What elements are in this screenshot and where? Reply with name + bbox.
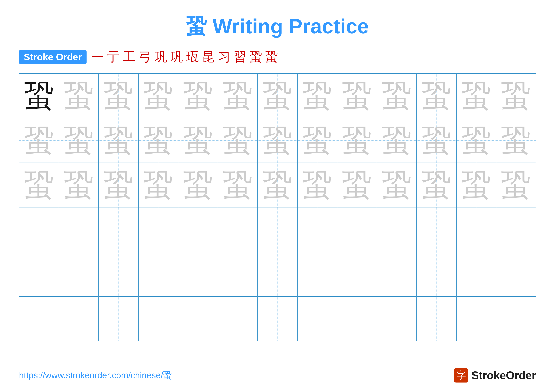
grid-cell-1-4[interactable]: 蛩 [139, 74, 178, 118]
grid-cell-1-12[interactable]: 蛩 [457, 74, 496, 118]
grid-cell-5-13[interactable] [496, 252, 536, 296]
stroke-step-9: 习 [218, 48, 231, 65]
footer-url[interactable]: https://www.strokeorder.com/chinese/蛩 [19, 370, 172, 381]
grid-cell-5-12[interactable] [457, 252, 496, 296]
grid-cell-4-5[interactable] [178, 207, 218, 252]
grid-cell-1-11[interactable]: 蛩 [417, 74, 456, 118]
grid-cell-4-12[interactable] [457, 207, 496, 252]
grid-cell-2-6[interactable]: 蛩 [218, 118, 258, 163]
grid-cell-3-13[interactable]: 蛩 [496, 163, 536, 207]
stroke-step-11: 蛩 [249, 48, 262, 65]
grid-cell-1-3[interactable]: 蛩 [99, 74, 139, 118]
grid-cell-3-1[interactable]: 蛩 [19, 163, 59, 207]
grid-cell-1-7[interactable]: 蛩 [258, 74, 297, 118]
stroke-steps: 一 亍 工 弓 巩 巩 珁 昆 习 習 蛩 蛩 [91, 48, 278, 65]
grid-cell-2-12[interactable]: 蛩 [457, 118, 496, 163]
grid-row-1: 蛩 蛩 蛩 蛩 蛩 蛩 蛩 蛩 蛩 蛩 蛩 蛩 蛩 [19, 74, 536, 118]
logo-text: StrokeOrder [471, 369, 536, 382]
grid-cell-1-2[interactable]: 蛩 [59, 74, 99, 118]
char-light: 蛩 [64, 81, 94, 111]
grid-cell-1-5[interactable]: 蛩 [178, 74, 218, 118]
stroke-step-5: 巩 [154, 48, 167, 65]
grid-cell-4-2[interactable] [59, 207, 99, 252]
grid-cell-4-11[interactable] [417, 207, 456, 252]
grid-cell-2-11[interactable]: 蛩 [417, 118, 456, 163]
grid-cell-5-10[interactable] [377, 252, 417, 296]
grid-cell-3-5[interactable]: 蛩 [178, 163, 218, 207]
grid-cell-4-3[interactable] [99, 207, 139, 252]
grid-row-2: 蛩 蛩 蛩 蛩 蛩 蛩 蛩 蛩 蛩 蛩 蛩 蛩 蛩 [19, 118, 536, 163]
grid-cell-2-1[interactable]: 蛩 [19, 118, 59, 163]
grid-cell-6-9[interactable] [337, 297, 377, 341]
grid-cell-6-4[interactable] [139, 297, 178, 341]
grid-cell-6-13[interactable] [496, 297, 536, 341]
grid-cell-4-6[interactable] [218, 207, 258, 252]
stroke-step-4: 弓 [139, 48, 151, 65]
grid-row-5 [19, 252, 536, 297]
grid-cell-6-8[interactable] [298, 297, 337, 341]
grid-cell-1-6[interactable]: 蛩 [218, 74, 258, 118]
stroke-order-row: Stroke Order 一 亍 工 弓 巩 巩 珁 昆 习 習 蛩 蛩 [19, 48, 536, 65]
grid-cell-5-8[interactable] [298, 252, 337, 296]
grid-cell-3-11[interactable]: 蛩 [417, 163, 456, 207]
grid-cell-4-10[interactable] [377, 207, 417, 252]
grid-cell-4-1[interactable] [19, 207, 59, 252]
grid-cell-6-1[interactable] [19, 297, 59, 341]
title-section: 蛩 Writing Practice [19, 13, 536, 41]
grid-cell-1-9[interactable]: 蛩 [337, 74, 377, 118]
grid-cell-5-9[interactable] [337, 252, 377, 296]
grid-cell-6-3[interactable] [99, 297, 139, 341]
grid-cell-3-6[interactable]: 蛩 [218, 163, 258, 207]
grid-cell-3-4[interactable]: 蛩 [139, 163, 178, 207]
stroke-order-badge[interactable]: Stroke Order [19, 50, 87, 64]
grid-row-3: 蛩 蛩 蛩 蛩 蛩 蛩 蛩 蛩 蛩 蛩 蛩 蛩 蛩 [19, 163, 536, 207]
grid-cell-6-7[interactable] [258, 297, 297, 341]
grid-cell-1-13[interactable]: 蛩 [496, 74, 536, 118]
grid-cell-5-6[interactable] [218, 252, 258, 296]
grid-cell-6-2[interactable] [59, 297, 99, 341]
grid-cell-1-8[interactable]: 蛩 [298, 74, 337, 118]
grid-cell-5-5[interactable] [178, 252, 218, 296]
grid-cell-5-11[interactable] [417, 252, 456, 296]
grid-cell-2-7[interactable]: 蛩 [258, 118, 297, 163]
grid-cell-4-13[interactable] [496, 207, 536, 252]
grid-cell-3-9[interactable]: 蛩 [337, 163, 377, 207]
grid-cell-5-3[interactable] [99, 252, 139, 296]
stroke-step-3: 工 [123, 48, 136, 65]
grid-cell-5-2[interactable] [59, 252, 99, 296]
grid-cell-6-5[interactable] [178, 297, 218, 341]
grid-cell-6-12[interactable] [457, 297, 496, 341]
grid-cell-2-8[interactable]: 蛩 [298, 118, 337, 163]
practice-grid[interactable]: 蛩 蛩 蛩 蛩 蛩 蛩 蛩 蛩 蛩 蛩 蛩 蛩 蛩 蛩 蛩 蛩 蛩 蛩 蛩 蛩 … [19, 73, 536, 341]
grid-cell-2-3[interactable]: 蛩 [99, 118, 139, 163]
grid-cell-3-7[interactable]: 蛩 [258, 163, 297, 207]
grid-cell-1-1[interactable]: 蛩 [19, 74, 59, 118]
grid-cell-2-13[interactable]: 蛩 [496, 118, 536, 163]
grid-cell-2-2[interactable]: 蛩 [59, 118, 99, 163]
stroke-step-1: 一 [91, 48, 104, 65]
stroke-step-12: 蛩 [265, 48, 278, 65]
grid-cell-1-10[interactable]: 蛩 [377, 74, 417, 118]
grid-cell-3-3[interactable]: 蛩 [99, 163, 139, 207]
grid-cell-3-2[interactable]: 蛩 [59, 163, 99, 207]
grid-cell-6-6[interactable] [218, 297, 258, 341]
grid-cell-2-10[interactable]: 蛩 [377, 118, 417, 163]
grid-cell-2-5[interactable]: 蛩 [178, 118, 218, 163]
grid-cell-2-4[interactable]: 蛩 [139, 118, 178, 163]
grid-cell-5-1[interactable] [19, 252, 59, 296]
stroke-step-6: 巩 [170, 48, 183, 65]
grid-cell-6-11[interactable] [417, 297, 456, 341]
grid-cell-4-8[interactable] [298, 207, 337, 252]
stroke-step-10: 習 [234, 48, 246, 65]
grid-cell-4-4[interactable] [139, 207, 178, 252]
grid-cell-3-12[interactable]: 蛩 [457, 163, 496, 207]
grid-cell-3-10[interactable]: 蛩 [377, 163, 417, 207]
grid-cell-3-8[interactable]: 蛩 [298, 163, 337, 207]
grid-cell-5-7[interactable] [258, 252, 297, 296]
grid-cell-6-10[interactable] [377, 297, 417, 341]
grid-cell-2-9[interactable]: 蛩 [337, 118, 377, 163]
grid-cell-5-4[interactable] [139, 252, 178, 296]
grid-cell-4-9[interactable] [337, 207, 377, 252]
grid-cell-4-7[interactable] [258, 207, 297, 252]
stroke-step-7: 珁 [186, 48, 199, 65]
